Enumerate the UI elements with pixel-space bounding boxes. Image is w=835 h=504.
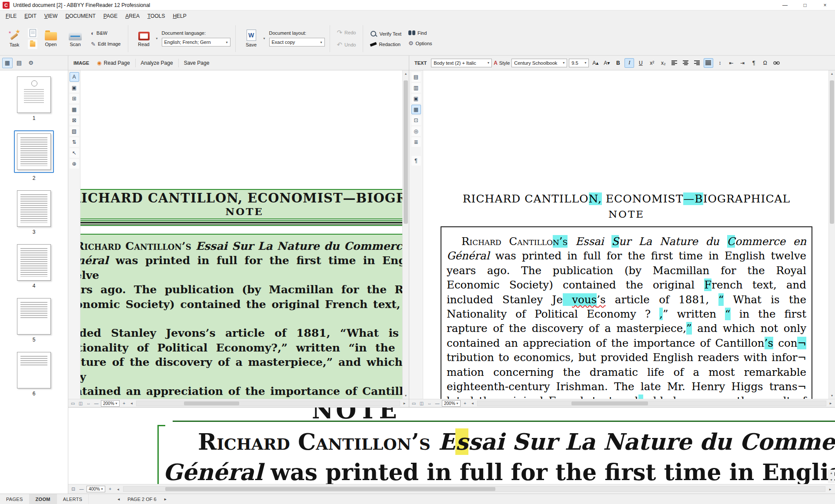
thumbnail-view-button[interactable]: ▦ — [2, 58, 13, 68]
decrease-indent-button[interactable]: ⇤ — [726, 58, 736, 68]
new-document-button[interactable] — [28, 28, 37, 38]
page-settings-button[interactable]: ⚙ — [26, 58, 36, 68]
zoom-in-button[interactable]: + — [107, 487, 114, 491]
rule-region[interactable] — [80, 220, 402, 226]
align-center-button[interactable] — [681, 58, 691, 68]
subscript-button[interactable]: x₂ — [658, 58, 668, 68]
image-area-tool[interactable]: ▣ — [70, 83, 79, 93]
recognized-text-editor[interactable]: RICHARD CANTILLON, ECONOMIST—BIOGRAPHICA… — [423, 70, 828, 399]
menu-tools[interactable]: TOOLS — [144, 11, 169, 21]
hyperlink-button[interactable] — [772, 58, 781, 68]
menu-help[interactable]: HELP — [169, 11, 190, 21]
scroll-thumb[interactable] — [571, 401, 648, 405]
thumbnail-image[interactable] — [17, 76, 51, 113]
undo-button[interactable]: ↶ Undo — [335, 40, 358, 50]
body-text-region[interactable]: Richard Cantillon’s Essai Sur La Nature … — [80, 234, 402, 399]
previous-page-button[interactable]: ◂ — [115, 497, 122, 501]
menu-area[interactable]: AREA — [121, 11, 144, 21]
zoom-view-canvas[interactable]: NOTE Richard Cantillon’s Essai Sur La Na… — [68, 408, 835, 484]
alerts-tab[interactable]: ALERTS — [57, 494, 89, 504]
scroll-down-icon[interactable]: ▾ — [828, 477, 835, 483]
align-left-button[interactable] — [670, 58, 679, 68]
scroll-up-icon[interactable]: ▴ — [828, 470, 835, 476]
font-name-select[interactable]: Century Schoolbook ▾ — [511, 59, 567, 67]
image-vertical-scrollbar[interactable]: ▴ ▾ — [402, 70, 409, 399]
formatting-marks-button[interactable]: ¶ — [749, 58, 758, 68]
thumbnail-image[interactable] — [17, 352, 51, 388]
thumbnail-image[interactable] — [17, 133, 51, 170]
magnify-icon[interactable]: ◎ — [411, 126, 421, 136]
close-button[interactable]: × — [815, 0, 835, 10]
page-thumbnail-5[interactable]: 5 — [17, 298, 51, 343]
thumbnail-image[interactable] — [17, 190, 51, 227]
line-spacing-button[interactable]: ↕ — [715, 58, 725, 68]
scroll-right-icon[interactable]: ▸ — [828, 401, 834, 405]
text-area-tool[interactable]: A — [70, 72, 79, 82]
page-view-icon[interactable]: ▥ — [411, 83, 421, 93]
thumbnail-image[interactable] — [17, 244, 51, 281]
read-dropdown-arrow[interactable]: ▾ — [155, 36, 159, 40]
delete-area-tool[interactable]: ⊠ — [70, 116, 79, 125]
document-language-select[interactable]: English; French; Gern ▾ — [162, 38, 230, 46]
task-button[interactable]: ★★ Task — [3, 24, 25, 53]
scroll-up-icon[interactable]: ▴ — [829, 70, 835, 77]
scroll-left-icon[interactable]: ◂ — [470, 401, 476, 405]
scanned-page-canvas[interactable]: RICHARD CANTILLON, ECONOMIST—BIOGRAPHICA… — [80, 70, 402, 399]
special-character-button[interactable]: Ω — [760, 58, 770, 68]
scroll-track[interactable] — [403, 77, 409, 392]
maximize-button[interactable]: □ — [795, 0, 815, 10]
bold-button[interactable]: B — [613, 58, 623, 68]
fit-width-icon[interactable]: ◫ — [77, 401, 84, 406]
split-view-icon[interactable]: ▦ — [411, 105, 421, 114]
pan-tool[interactable]: ⊕ — [70, 159, 79, 169]
scroll-thumb[interactable] — [404, 80, 408, 224]
paragraph-style-select[interactable]: Body text (2) + Italic ▾ — [431, 59, 492, 67]
save-dropdown-arrow[interactable]: ▾ — [262, 36, 267, 40]
fit-width-icon[interactable]: ◫ — [418, 401, 425, 406]
italic-button[interactable]: I — [625, 58, 634, 68]
zoom-out-button[interactable]: — — [93, 401, 100, 406]
pages-tab[interactable]: PAGES — [0, 494, 30, 504]
zoom-window-icon[interactable]: ⊡ — [411, 116, 421, 125]
text-properties-icon[interactable]: ▤ — [411, 72, 421, 82]
scroll-right-icon[interactable]: ▸ — [401, 401, 407, 405]
crop-tool[interactable]: ▧ — [70, 126, 79, 136]
align-right-button[interactable] — [692, 58, 702, 68]
fit-page-icon[interactable]: ▭ — [70, 401, 76, 406]
one-to-one-icon[interactable]: ⇔ — [426, 401, 433, 406]
fit-page-icon[interactable]: ▭ — [411, 401, 417, 406]
app-icon[interactable]: C — [3, 2, 10, 9]
save-page-button[interactable]: Save Page — [180, 58, 213, 68]
menu-document[interactable]: DOCUMENT — [61, 11, 99, 21]
zoom-out-button[interactable]: — — [434, 401, 441, 406]
scroll-right-icon[interactable]: ▸ — [827, 487, 833, 491]
scroll-thumb[interactable] — [165, 487, 495, 491]
scan-button[interactable]: Scan — [64, 24, 86, 53]
edit-image-button[interactable]: ✎ Edit Image — [89, 40, 123, 49]
text-vertical-scrollbar[interactable]: ▴ ▾ — [828, 70, 835, 399]
superscript-button[interactable]: x² — [647, 58, 657, 68]
properties-list-icon[interactable]: ≣ — [411, 137, 421, 147]
verify-text-button[interactable]: Verify Text — [368, 29, 404, 39]
scroll-left-icon[interactable]: ◂ — [115, 487, 121, 491]
image-zoom-select[interactable]: 200% ▾ — [101, 400, 120, 407]
reorder-tool[interactable]: ⇅ — [70, 137, 79, 147]
zoom-source-icon[interactable]: ⊡ — [70, 487, 77, 491]
scroll-down-icon[interactable]: ▾ — [829, 392, 835, 399]
scroll-down-icon[interactable]: ▾ — [403, 392, 409, 399]
next-page-button[interactable]: ▸ — [162, 497, 169, 501]
zoom-tab[interactable]: ZOOM — [30, 494, 57, 504]
recognition-area-tool[interactable]: ▦ — [70, 105, 79, 114]
select-tool[interactable]: ↖ — [70, 148, 79, 158]
menu-page[interactable]: PAGE — [100, 11, 121, 21]
underline-button[interactable]: U — [636, 58, 645, 68]
open-image-button[interactable] — [28, 40, 37, 49]
one-to-one-icon[interactable]: ⇔ — [85, 401, 92, 406]
options-button[interactable]: ⚙ Options — [406, 39, 434, 48]
zoom-in-button[interactable]: + — [462, 401, 468, 406]
table-area-tool[interactable]: ⊞ — [70, 94, 79, 103]
zoom-in-button[interactable]: + — [121, 401, 127, 406]
menu-view[interactable]: VIEW — [40, 11, 62, 21]
open-button[interactable]: Open — [40, 24, 62, 53]
bw-button[interactable]: ◐ B&W — [89, 29, 123, 38]
